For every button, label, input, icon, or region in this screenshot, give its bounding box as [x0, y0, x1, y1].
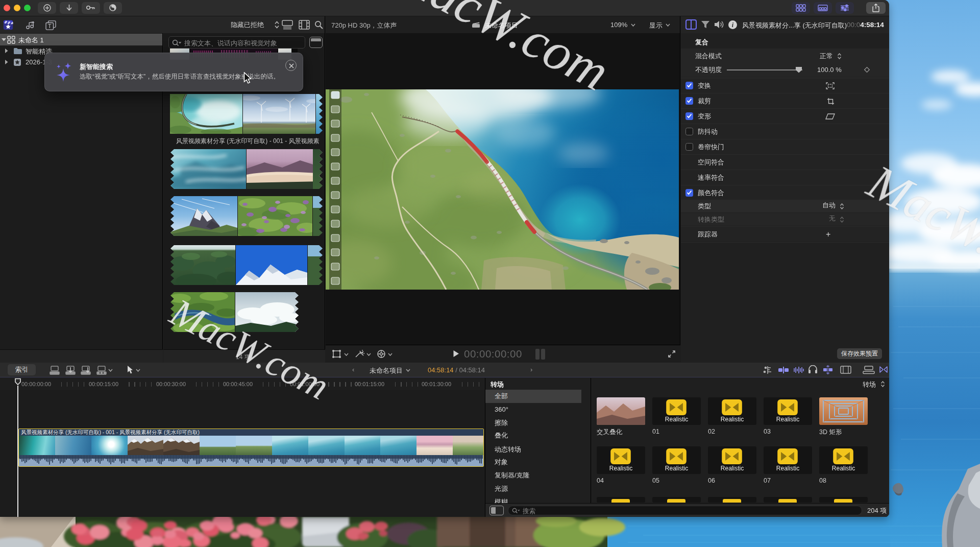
- svg-text:T: T: [48, 23, 52, 29]
